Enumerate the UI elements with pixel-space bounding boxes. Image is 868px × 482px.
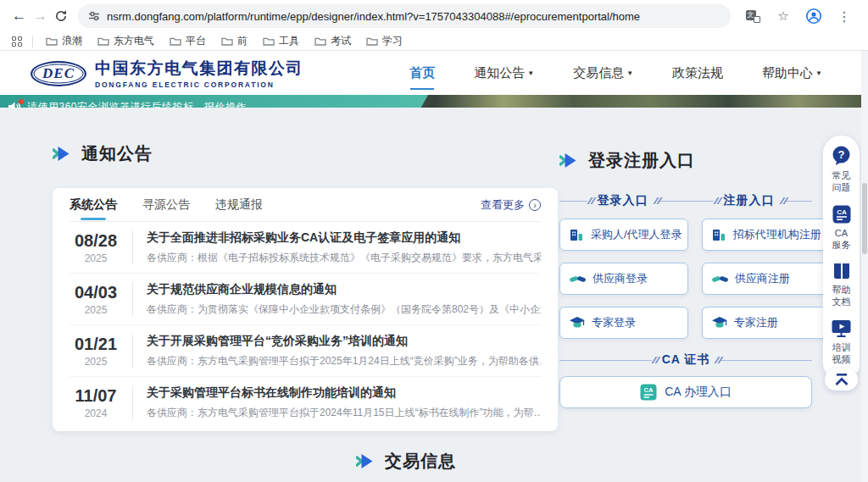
building-icon: [570, 228, 584, 241]
notice-desc: 各供应商：根据《电子招标投标系统技术规范》《电子采购交易规范》要求，东方电气采购…: [147, 251, 541, 265]
site-header: DEC 中国东方电气集团有限公司 DONGFANG ELECTRIC CORPO…: [0, 51, 868, 95]
notice-year: 2025: [70, 252, 122, 264]
handshake-icon: [712, 274, 728, 285]
folder-icon: [263, 36, 275, 46]
scrollbar-thumb[interactable]: [862, 183, 867, 254]
graduation-cap-icon: [570, 317, 585, 330]
folder-icon: [170, 36, 181, 46]
folder-icon: [97, 36, 109, 46]
company-logo[interactable]: DEC 中国东方电气集团有限公司 DONGFANG ELECTRIC CORPO…: [31, 58, 303, 89]
sidebar-item-training-videos[interactable]: 培训视频: [823, 319, 860, 366]
bookmark-folder[interactable]: 学习: [366, 34, 403, 48]
arrow-marker-icon: [53, 147, 70, 161]
notice-desc: 各供应商：东方电气采购管理平台拟于2025年1月24日上线“竞价采购”业务，为帮…: [147, 354, 541, 368]
bidding-agency-register-button[interactable]: 招标代理机构注册: [702, 219, 827, 251]
register-subheader: 注册入口: [686, 193, 812, 208]
nav-item-trade-info[interactable]: 交易信息▼: [573, 62, 633, 85]
ca-icon: CA: [832, 205, 851, 224]
notice-title[interactable]: 关于开展采购管理平台“竞价采购业务”培训的通知: [147, 334, 541, 349]
browser-menu-icon[interactable]: ⋮: [832, 4, 856, 28]
notice-year: 2025: [70, 304, 122, 316]
tab-violation-reports[interactable]: 违规通报: [215, 190, 263, 220]
folder-icon: [314, 36, 326, 46]
notice-row[interactable]: 08/28 2025 关于全面推进非招标采购业务CA认证及电子签章应用的通知 各…: [70, 222, 541, 274]
bookmarks-bar: 浪潮 东方电气 平台 前 工具 考试 学习: [0, 32, 868, 51]
tab-sourcing-notices[interactable]: 寻源公告: [142, 190, 190, 220]
supplier-login-button[interactable]: 供应商登录: [559, 263, 688, 295]
nav-item-policies[interactable]: 政策法规: [672, 62, 723, 85]
building-icon: [712, 228, 726, 241]
notice-title[interactable]: 关于规范供应商企业规模信息的通知: [147, 282, 541, 297]
page: ← → nsrm.dongfang.com/platform/runtime/e…: [0, 0, 868, 482]
folder-icon: [366, 36, 378, 46]
sidebar-item-help-docs[interactable]: 帮助文档: [823, 262, 860, 308]
notice-date: 08/28: [70, 231, 122, 251]
expert-register-button[interactable]: 专家注册: [702, 307, 827, 339]
main-content: 通知公告 系统公告 寻源公告 违规通报 查看更多 › 08/28 2025 关于…: [0, 108, 868, 482]
notice-year: 2024: [70, 407, 122, 419]
folder-icon: [46, 36, 58, 46]
notice-date: 01/21: [70, 335, 122, 354]
profile-avatar-icon[interactable]: [802, 4, 826, 28]
reload-icon[interactable]: [54, 4, 68, 28]
notice-desc: 各供应商：东方电气采购管理平台拟于2024年11月15日上线“标书在线制作”功能…: [147, 406, 541, 420]
notice-row[interactable]: 04/03 2025 关于规范供应商企业规模信息的通知 各供应商：为贯彻落实《保…: [70, 274, 541, 325]
nav-item-home[interactable]: 首页: [409, 62, 435, 85]
supplier-register-button[interactable]: 供应商注册: [702, 263, 827, 295]
ca-apply-button[interactable]: CA CA 办理入口: [559, 376, 812, 408]
notification-dot: [19, 99, 24, 104]
notice-year: 2025: [70, 356, 122, 368]
bookmark-folder[interactable]: 平台: [170, 34, 206, 48]
url-text[interactable]: nsrm.dongfang.com/platform/runtime/epp/d…: [107, 10, 640, 23]
view-more-link[interactable]: 查看更多 ›: [481, 197, 541, 213]
bookmark-folder[interactable]: 浪潮: [46, 34, 82, 48]
question-icon: ?: [832, 146, 851, 166]
nav-item-notices[interactable]: 通知公告▼: [474, 62, 534, 85]
video-icon: [832, 319, 851, 338]
folder-icon: [221, 36, 233, 46]
notice-title[interactable]: 关于全面推进非招标采购业务CA认证及电子签章应用的通知: [147, 230, 541, 246]
document-icon: [832, 262, 851, 280]
chevron-down-icon: ▼: [815, 69, 822, 77]
browser-toolbar: ← → nsrm.dongfang.com/platform/runtime/e…: [0, 0, 868, 32]
forward-icon[interactable]: →: [33, 4, 47, 28]
notice-row[interactable]: 01/21 2025 关于开展采购管理平台“竞价采购业务”培训的通知 各供应商：…: [70, 325, 541, 377]
login-section-heading: 登录注册入口: [559, 149, 812, 172]
collapse-top-icon: [834, 374, 849, 385]
purchaser-login-button[interactable]: 采购人/代理人登录: [559, 219, 688, 251]
svg-text:CA: CA: [644, 386, 654, 394]
sidebar-item-ca-service[interactable]: CA CA服务: [823, 205, 860, 252]
notice-card: 系统公告 寻源公告 违规通报 查看更多 › 08/28 2025 关于全面推进非…: [53, 188, 558, 431]
trade-section-title: 交易信息: [385, 450, 456, 473]
notice-section-title: 通知公告: [81, 142, 153, 165]
ca-cert-subheader: CA 证书: [559, 352, 812, 368]
bookmark-star-icon[interactable]: ☆: [771, 4, 795, 28]
notice-row[interactable]: 11/07 2024 关于采购管理平台标书在线制作功能培训的通知 各供应商：东方…: [70, 377, 541, 429]
back-icon[interactable]: ←: [12, 4, 26, 28]
notice-desc: 各供应商：为贯彻落实《保障中小企业款项支付条例》（国务院令第802号）及《中小企…: [147, 302, 541, 317]
company-name-cn: 中国东方电气集团有限公司: [95, 58, 303, 80]
apps-grid-icon[interactable]: [12, 36, 22, 47]
notice-title[interactable]: 关于采购管理平台标书在线制作功能培训的通知: [147, 385, 541, 401]
tab-system-notices[interactable]: 系统公告: [70, 190, 117, 220]
back-to-top-button[interactable]: [825, 368, 858, 391]
translate-icon[interactable]: 文: [741, 4, 765, 28]
company-name-en: DONGFANG ELECTRIC CORPORATION: [95, 80, 303, 89]
chevron-down-icon: ▼: [527, 69, 534, 77]
notice-date: 04/03: [70, 283, 122, 302]
trade-section-heading: 交易信息: [356, 450, 456, 473]
bookmark-folder[interactable]: 考试: [314, 34, 351, 48]
scrollbar-track[interactable]: [861, 51, 868, 482]
bookmark-folder[interactable]: 前: [221, 34, 248, 48]
site-settings-icon[interactable]: [88, 10, 100, 22]
nav-item-help-center[interactable]: 帮助中心▼: [762, 62, 822, 85]
sidebar-item-faq[interactable]: ? 常见问题: [823, 146, 860, 194]
bookmark-folder[interactable]: 东方电气: [97, 34, 154, 48]
url-bar[interactable]: nsrm.dongfang.com/platform/runtime/epp/d…: [78, 4, 731, 28]
expert-login-button[interactable]: 专家登录: [559, 307, 688, 339]
graduation-cap-icon: [712, 317, 727, 330]
chevron-down-icon: ▼: [626, 69, 633, 77]
bookmark-folder[interactable]: 工具: [263, 34, 299, 48]
handshake-icon: [570, 274, 586, 285]
login-register-panel: 登录注册入口 登录入口 注册入口 采购人/代理人登录: [559, 149, 812, 408]
